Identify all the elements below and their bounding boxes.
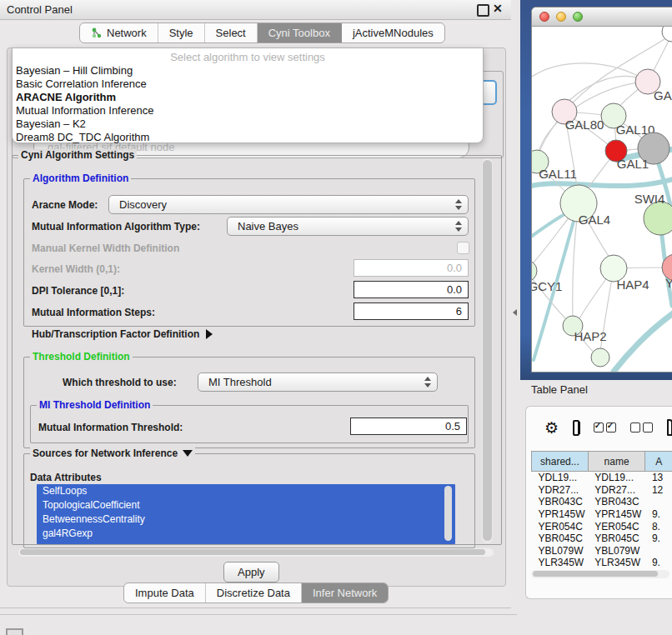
cell-shared-name[interactable]: YPR145W: [532, 508, 589, 521]
column-header-partial[interactable]: A: [645, 452, 672, 472]
table-row[interactable]: YER054C YER054C 8.: [532, 520, 672, 532]
cell-partial[interactable]: 9.: [645, 532, 672, 545]
network-node-bottom-partial[interactable]: [591, 348, 609, 367]
cell-partial[interactable]: 13: [645, 472, 672, 484]
table-horizontal-scrollbar[interactable]: [531, 570, 669, 578]
gear-icon[interactable]: ⚙: [544, 418, 559, 437]
export-table-icon[interactable]: [667, 419, 672, 436]
attribute-item-selected[interactable]: gal4RGexp: [37, 527, 455, 541]
dropdown-item-list: Bayesian – Hill Climbing Basic Correlati…: [13, 64, 483, 144]
cell-name[interactable]: YBL079W: [588, 545, 645, 558]
mi-type-combo[interactable]: Naive Bayes: [227, 217, 469, 236]
tab-style[interactable]: Style: [158, 23, 205, 42]
minimize-traffic-light-icon[interactable]: [556, 12, 566, 22]
tab-discretize-data[interactable]: Discretize Data: [206, 583, 302, 602]
network-node-swi4[interactable]: [644, 202, 672, 235]
dropdown-item[interactable]: Bayesian – Hill Climbing: [13, 64, 483, 78]
attribute-item-selected[interactable]: BetweennessCentrality: [37, 512, 455, 527]
zoom-traffic-light-icon[interactable]: [573, 12, 583, 22]
splitpane-collapse-arrow[interactable]: [513, 309, 517, 316]
tab-select[interactable]: Select: [205, 23, 258, 42]
kernel-width-field[interactable]: 0.0: [354, 259, 469, 277]
cell-partial[interactable]: 9.: [645, 508, 672, 521]
network-canvas[interactable]: GALGAL80GAL10GAL1GAL11GAL4SWI4GCY1HAP4YH…: [532, 27, 672, 372]
manual-kernel-checkbox[interactable]: [457, 242, 469, 254]
attribute-item-selected[interactable]: TopologicalCoefficient: [37, 498, 455, 512]
network-window-titlebar[interactable]: [532, 8, 672, 27]
hub-definition-expander[interactable]: Hub/Transcription Factor Definition: [32, 328, 213, 340]
cell-partial[interactable]: [645, 545, 672, 558]
tab-jactive-label: jActiveMNodules: [353, 27, 434, 39]
close-icon[interactable]: ✕: [493, 2, 503, 15]
close-traffic-light-icon[interactable]: [539, 12, 549, 22]
table-row[interactable]: YBL079W YBL079W: [532, 545, 672, 558]
columns-icon[interactable]: [573, 420, 579, 436]
settings-horizontal-scrollbar[interactable]: [18, 548, 494, 557]
table-row[interactable]: YPR145W YPR145W 9.: [532, 508, 672, 521]
aracne-mode-label: Aracne Mode:: [32, 199, 98, 211]
sources-title-text: Sources for Network Inference: [33, 448, 178, 459]
attributes-list-scrollbar[interactable]: [444, 486, 452, 541]
deselect-all-icon[interactable]: [630, 422, 653, 432]
aracne-mode-combo[interactable]: Discovery: [108, 195, 469, 214]
apply-button[interactable]: Apply: [223, 562, 279, 582]
cell-name[interactable]: YPR145W: [588, 508, 645, 521]
cell-name[interactable]: YER054C: [588, 520, 645, 532]
cell-name[interactable]: YLR345W: [588, 557, 645, 569]
dropdown-item[interactable]: Bayesian – K2: [13, 118, 483, 131]
select-all-icon[interactable]: [594, 422, 616, 432]
tab-network[interactable]: Network: [80, 23, 158, 42]
table-row[interactable]: YBR045C YBR045C 9.: [532, 532, 672, 545]
bottom-left-grip[interactable]: [6, 628, 23, 635]
tab-cyni-toolbox[interactable]: Cyni Toolbox: [258, 23, 342, 42]
cell-shared-name[interactable]: YLR345W: [532, 557, 589, 569]
dropdown-item[interactable]: ARACNE Algorithm: [13, 91, 483, 104]
dpi-tolerance-field[interactable]: 0.0: [354, 281, 469, 298]
table-row[interactable]: YBR043C YBR043C: [532, 496, 672, 508]
mi-threshold-label: Mutual Information Threshold:: [38, 422, 183, 433]
kernel-width-value: 0.0: [447, 262, 462, 274]
dropdown-item[interactable]: Mutual Information Inference: [13, 104, 483, 118]
settings-vertical-scrollbar[interactable]: [482, 158, 493, 543]
which-threshold-combo[interactable]: MI Threshold: [198, 372, 438, 392]
tab-impute-data[interactable]: Impute Data: [124, 583, 206, 602]
network-view-window[interactable]: GALGAL80GAL10GAL1GAL11GAL4SWI4GCY1HAP4YH…: [531, 7, 672, 372]
dpi-tolerance-value: 0.0: [447, 283, 462, 296]
cell-name[interactable]: YDL19...: [588, 472, 645, 484]
network-graph[interactable]: GALGAL80GAL10GAL1GAL11GAL4SWI4GCY1HAP4YH…: [532, 27, 672, 372]
column-header-shared-name[interactable]: shared...: [532, 452, 589, 472]
cell-shared-name[interactable]: YDL19...: [532, 472, 589, 484]
mi-steps-field[interactable]: 6: [354, 302, 469, 320]
mi-threshold-definition-title: MI Threshold Definition: [37, 399, 153, 411]
cell-partial[interactable]: 9.: [645, 557, 672, 569]
float-window-icon[interactable]: [477, 4, 489, 17]
mi-threshold-value: 0.5: [445, 420, 460, 432]
cell-shared-name[interactable]: YBR045C: [532, 532, 589, 545]
node-label-gal4: GAL4: [579, 212, 610, 227]
which-threshold-label: Which threshold to use:: [63, 377, 177, 388]
cell-shared-name[interactable]: YDR27...: [532, 484, 589, 497]
cell-partial[interactable]: 8.: [645, 520, 672, 532]
cell-partial[interactable]: 12: [645, 484, 672, 497]
data-attributes-list[interactable]: SelfLoops TopologicalCoefficient Between…: [37, 484, 455, 544]
column-header-name[interactable]: name: [588, 452, 645, 472]
cell-name[interactable]: YBR045C: [588, 532, 645, 545]
cell-shared-name[interactable]: YBL079W: [532, 545, 589, 558]
table-panel-title: Table Panel: [531, 383, 588, 396]
cell-partial[interactable]: [645, 496, 672, 508]
cell-shared-name[interactable]: YER054C: [532, 520, 589, 532]
cell-name[interactable]: YBR043C: [588, 496, 645, 508]
node-label-gcy1: GCY1: [532, 279, 562, 293]
table-row[interactable]: YDL19... YDL19... 13: [532, 472, 672, 484]
dropdown-item[interactable]: Basic Correlation Inference: [13, 78, 483, 91]
cell-shared-name[interactable]: YBR043C: [532, 496, 589, 508]
cell-name[interactable]: YDR27...: [588, 484, 645, 497]
table-row[interactable]: YDR27... YDR27... 12: [532, 484, 672, 497]
mi-threshold-field[interactable]: 0.5: [350, 418, 467, 435]
combo-stepper-icon: [455, 199, 462, 210]
tab-jactivemnodules[interactable]: jActiveMNodules: [342, 23, 444, 42]
table-row[interactable]: YLR345W YLR345W 9.: [532, 557, 672, 569]
dropdown-item[interactable]: Dream8 DC_TDC Algorithm: [13, 131, 483, 144]
tab-infer-network[interactable]: Infer Network: [302, 583, 388, 602]
attribute-item-selected[interactable]: SelfLoops: [37, 484, 455, 498]
